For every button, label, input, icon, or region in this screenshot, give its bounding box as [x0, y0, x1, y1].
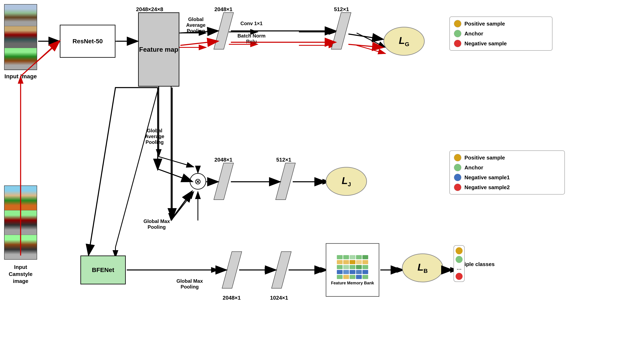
mem-block — [356, 265, 362, 269]
lj-oval: LJ — [326, 167, 367, 196]
input-img-bot-slice-2 — [4, 210, 37, 235]
mem-row-1 — [337, 255, 368, 259]
svg-line-43 — [158, 169, 192, 181]
tensor-circle: ⊗ — [190, 173, 206, 190]
dim-512-1-top: 512×1 — [334, 6, 349, 12]
svg-line-13 — [357, 33, 386, 47]
svg-line-39 — [348, 34, 382, 39]
feature-map-label: Feature map — [139, 46, 178, 53]
legend-3-container: ... Multiple classes — [454, 245, 494, 282]
bfenet-label: BFENet — [92, 267, 114, 274]
mem-block — [350, 275, 356, 279]
legend2-anchor-dot — [454, 164, 461, 171]
mem-block — [337, 265, 342, 269]
mem-block — [350, 265, 356, 269]
input-img-bot-slice-1 — [4, 186, 37, 210]
legend1-positive-label: Positive sample — [464, 20, 505, 27]
conv-label: Conv 1×1 — [235, 20, 268, 26]
input-image-bottom — [4, 185, 37, 260]
svg-line-14 — [357, 45, 386, 53]
mem-block — [362, 275, 368, 279]
mem-row-2 — [337, 260, 368, 264]
mem-block — [350, 255, 356, 259]
svg-line-44 — [172, 192, 192, 218]
svg-line-30 — [171, 192, 194, 221]
mem-block — [356, 275, 362, 279]
traffic-dot-negative — [456, 273, 462, 280]
svg-line-40 — [348, 44, 382, 47]
mem-block — [337, 275, 342, 279]
mem-row-3 — [337, 265, 368, 269]
legend2-negative2: Negative sample2 — [454, 184, 560, 191]
legend2-negative2-label: Negative sample2 — [464, 184, 510, 191]
mem-block — [350, 270, 356, 274]
svg-line-36 — [180, 41, 218, 45]
mem-block — [337, 270, 342, 274]
lg-oval: LG — [384, 27, 425, 56]
legend2-anchor-label: Anchor — [464, 164, 483, 171]
dim-512-1-mid: 512×1 — [276, 157, 291, 163]
mem-block — [362, 260, 368, 264]
memory-bank-label: Feature Memory Bank — [331, 281, 374, 285]
svg-line-29 — [159, 157, 194, 167]
dim-2048-1-top: 2048×1 — [214, 6, 232, 12]
dim-2048-1-bot: 2048×1 — [223, 295, 240, 301]
dim-1024-1-bot: 1024×1 — [270, 295, 288, 301]
legend1-positive-dot — [454, 20, 461, 27]
lj-text: LJ — [342, 175, 351, 188]
legend2-positive: Positive sample — [454, 154, 560, 161]
mem-block — [343, 265, 349, 269]
input-image-top-label: Input image — [4, 73, 37, 80]
legend1-anchor: Anchor — [454, 30, 548, 37]
resnet-box: ResNet-50 — [60, 25, 116, 58]
mem-block — [350, 260, 356, 264]
para-mid-2 — [276, 163, 296, 200]
gmp-label-2: Global Max Pooling — [173, 278, 206, 290]
mem-block — [356, 270, 362, 274]
gap-label-2: Global Average Pooling — [138, 128, 171, 145]
legend1-positive: Positive sample — [454, 20, 548, 27]
mem-block — [362, 265, 368, 269]
traffic-ellipsis: ... — [456, 265, 461, 271]
gap-label-1: Global Average Pooling — [179, 16, 212, 34]
mem-block — [356, 260, 362, 264]
mem-block — [343, 255, 349, 259]
legend2-positive-dot — [454, 154, 461, 161]
legend1-anchor-label: Anchor — [464, 30, 483, 37]
legend1-negative-dot — [454, 40, 461, 47]
para-bot-1 — [222, 251, 242, 289]
input-img-bot-slice-3 — [4, 235, 37, 259]
bfenet-box: BFENet — [80, 256, 126, 284]
feature-map-dim-label: 2048×24×8 — [136, 6, 163, 12]
legend2-negative1-label: Negative sample1 — [464, 174, 510, 181]
mem-block — [343, 270, 349, 274]
input-camstyle-label: InputCamstyleimage — [2, 264, 39, 285]
input-img-slice-2 — [4, 26, 37, 48]
legend-1: Positive sample Anchor Negative sample — [450, 16, 552, 51]
legend2-positive-label: Positive sample — [464, 155, 505, 161]
legend1-negative: Negative sample — [454, 40, 548, 47]
mem-row-4 — [337, 270, 368, 274]
mem-block — [343, 275, 349, 279]
para-bot-2 — [271, 251, 292, 289]
legend2-negative2-dot — [454, 184, 461, 191]
mem-block — [362, 270, 368, 274]
lg-text: LG — [399, 35, 409, 48]
traffic-light-3: ... — [454, 245, 465, 282]
mem-block — [337, 260, 342, 264]
legend-2: Positive sample Anchor Negative sample1 … — [450, 150, 565, 195]
input-img-slice-1 — [4, 4, 37, 26]
mem-row-5 — [337, 275, 368, 279]
diagram-container: Input image InputCamstyleimage ResNet-50… — [0, 0, 644, 353]
resnet-label: ResNet-50 — [72, 38, 103, 45]
mem-block — [362, 255, 368, 259]
para-top-1 — [214, 12, 234, 49]
legend2-negative1: Negative sample1 — [454, 174, 560, 181]
para-mid-1 — [214, 163, 234, 200]
traffic-dot-anchor — [456, 256, 462, 263]
dim-2048-1-mid: 2048×1 — [214, 157, 232, 163]
legend2-anchor: Anchor — [454, 164, 560, 171]
feature-map-box: Feature map — [138, 12, 179, 86]
input-img-slice-3 — [4, 48, 37, 70]
lb-oval: LB — [402, 254, 443, 282]
